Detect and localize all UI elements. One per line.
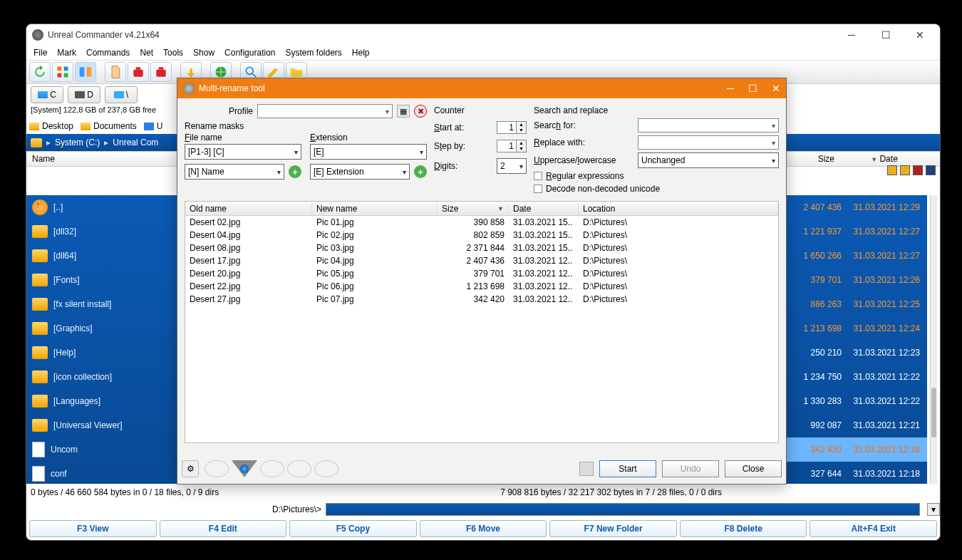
list-item[interactable]: 1 650 26631.03.2021 12:27	[777, 244, 927, 268]
list-item[interactable]: [..]	[26, 195, 197, 219]
header-location[interactable]: Location	[579, 204, 778, 214]
list-item[interactable]: [Help]	[26, 341, 197, 365]
ext-token-combo[interactable]: [E] Extension	[310, 164, 410, 180]
menu-file[interactable]: File	[33, 48, 47, 58]
search-for-input[interactable]	[638, 118, 779, 133]
dialog-maximize-icon[interactable]: ☐	[748, 83, 757, 94]
table-row[interactable]: Desert 04.jpgPic 02.jpg802 85931.03.2021…	[185, 229, 778, 242]
list-item[interactable]: 2 407 43631.03.2021 12:29	[777, 195, 927, 219]
fkey-f3-view[interactable]: F3 View	[29, 520, 157, 537]
name-token-combo[interactable]: [N] Name	[185, 164, 284, 180]
command-dropdown[interactable]: ▾	[927, 503, 940, 516]
list-item[interactable]: 342 42031.03.2021 12:18	[777, 437, 927, 462]
menu-system-folders[interactable]: System folders	[286, 48, 342, 58]
fkey-f8-delete[interactable]: F8 Delete	[680, 520, 807, 537]
drive-c-button[interactable]: C	[31, 86, 63, 103]
list-item[interactable]: [Fonts]	[26, 268, 197, 292]
digits-combo[interactable]: 2	[497, 158, 527, 174]
scrollbar[interactable]	[930, 195, 937, 484]
regex-checkbox[interactable]: Regular expressions	[534, 171, 779, 181]
step-by-spinner[interactable]: ▲▼	[497, 140, 527, 152]
list-item[interactable]: [dll32]	[26, 219, 197, 244]
list-item[interactable]: 379 70131.03.2021 12:26	[777, 268, 927, 292]
settings-button[interactable]: ⚙	[182, 460, 199, 477]
fkey-f4-edit[interactable]: F4 Edit	[160, 520, 287, 537]
panel-icon-1[interactable]	[887, 165, 897, 175]
start-at-input[interactable]	[497, 121, 517, 134]
tab-documents[interactable]: Documents	[81, 121, 137, 131]
panel-icon-3[interactable]	[913, 165, 923, 175]
panel-icon-4[interactable]	[926, 165, 936, 175]
list-item[interactable]: 1 221 93731.03.2021 12:27	[777, 219, 927, 244]
dialog-minimize-icon[interactable]: ─	[727, 83, 734, 94]
list-item[interactable]: 1 234 75031.03.2021 12:22	[777, 365, 927, 389]
view-grid-button[interactable]	[52, 62, 73, 82]
command-input[interactable]	[326, 503, 920, 516]
left-file-panel[interactable]: [..][dll32][dll64][Fonts][fx silent inst…	[26, 195, 197, 484]
view-dual-button[interactable]	[75, 62, 96, 82]
panel-icon-2[interactable]	[900, 165, 910, 175]
drive-d-button[interactable]: D	[68, 86, 100, 103]
profile-save-button[interactable]: ▦	[397, 105, 410, 118]
case-combo[interactable]: Unchanged	[638, 152, 779, 168]
list-item[interactable]: [Universal Viewer]	[26, 413, 197, 437]
fkey-alt-f4-exit[interactable]: Alt+F4 Exit	[810, 520, 937, 537]
list-item[interactable]: [Graphics]	[26, 316, 197, 341]
right-file-panel[interactable]: 2 407 43631.03.2021 12:291 221 93731.03.…	[777, 195, 927, 484]
header-size-col[interactable]: Size▼	[438, 204, 509, 214]
add-ext-token-button[interactable]: +	[414, 165, 427, 178]
list-item[interactable]: Uncom	[26, 437, 197, 462]
list-item[interactable]: [dll64]	[26, 244, 197, 268]
breadcrumb-a[interactable]: System (C:)	[55, 138, 100, 147]
table-row[interactable]: Desert 17.jpgPic 04.jpg2 407 43631.03.20…	[185, 254, 778, 267]
menu-net[interactable]: Net	[140, 48, 153, 58]
tab-u[interactable]: U	[144, 121, 163, 131]
profile-combo[interactable]	[257, 104, 393, 118]
header-oldname[interactable]: Old name	[185, 204, 312, 214]
filename-input[interactable]: [P1-3] [C]	[185, 144, 301, 160]
extension-input[interactable]: [E]	[310, 144, 427, 160]
list-item[interactable]: 992 08731.03.2021 12:21	[777, 413, 927, 437]
scrollbar-thumb[interactable]	[931, 388, 936, 437]
list-item[interactable]: 1 330 28331.03.2021 12:22	[777, 389, 927, 413]
grid-header[interactable]: Old name New name Size▼ Date Location	[185, 202, 778, 216]
drive-network-button[interactable]: \	[105, 86, 138, 103]
fkey-f7-new-folder[interactable]: F7 New Folder	[549, 520, 677, 537]
table-row[interactable]: Desert 02.jpgPic 01.jpg390 85831.03.2021…	[185, 216, 778, 229]
table-row[interactable]: Desert 20.jpgPic 05.jpg379 70131.03.2021…	[185, 267, 778, 280]
dialog-close-icon[interactable]: ✕	[772, 83, 780, 94]
menu-help[interactable]: Help	[352, 48, 370, 58]
refresh-button[interactable]	[29, 62, 51, 82]
close-icon[interactable]: ✕	[906, 29, 934, 41]
bag1-button[interactable]	[128, 62, 149, 82]
header-date-col[interactable]: Date	[509, 204, 579, 214]
print-button[interactable]	[579, 462, 594, 476]
fkey-f5-copy[interactable]: F5 Copy	[289, 520, 417, 537]
step-by-input[interactable]	[497, 140, 517, 152]
fkey-f6-move[interactable]: F6 Move	[420, 520, 547, 537]
tab-desktop[interactable]: Desktop	[29, 121, 73, 131]
preview-grid[interactable]: Old name New name Size▼ Date Location De…	[185, 201, 779, 443]
breadcrumb-b[interactable]: Unreal Com	[113, 138, 158, 147]
document-button[interactable]	[105, 62, 126, 82]
list-item[interactable]: [fx silent install]	[26, 292, 197, 316]
table-row[interactable]: Desert 22.jpgPic 06.jpg1 213 69831.03.20…	[185, 280, 778, 293]
table-row[interactable]: Desert 08.jpgPic 03.jpg2 371 84431.03.20…	[185, 242, 778, 254]
bag2-button[interactable]	[150, 62, 172, 82]
minimize-icon[interactable]: ─	[837, 29, 866, 41]
list-item[interactable]: [Languages]	[26, 389, 197, 413]
list-item[interactable]: conf	[26, 462, 197, 484]
start-button[interactable]: Start	[599, 460, 656, 477]
list-item[interactable]: 1 213 69831.03.2021 12:24	[777, 316, 927, 341]
header-date[interactable]: Date	[879, 154, 897, 164]
replace-with-input[interactable]	[638, 135, 779, 150]
add-name-token-button[interactable]: +	[289, 165, 301, 178]
menu-tools[interactable]: Tools	[163, 48, 183, 58]
menu-mark[interactable]: Mark	[57, 48, 76, 58]
list-item[interactable]: 250 21031.03.2021 12:23	[777, 341, 927, 365]
menu-configuration[interactable]: Configuration	[224, 48, 275, 58]
list-item[interactable]: [icon collection]	[26, 365, 197, 389]
menu-show[interactable]: Show	[193, 48, 214, 58]
menu-commands[interactable]: Commands	[86, 48, 130, 58]
maximize-icon[interactable]: ☐	[872, 29, 900, 41]
